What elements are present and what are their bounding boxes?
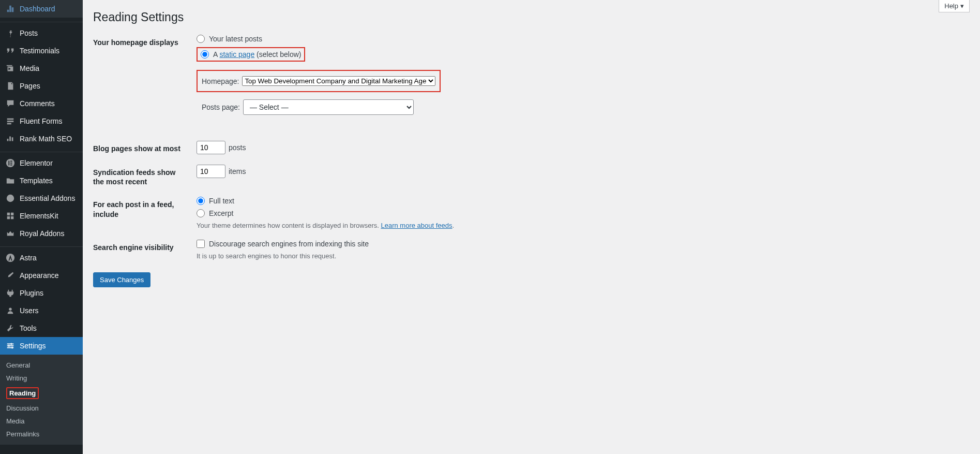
sidebar-item-pages[interactable]: Pages xyxy=(0,77,83,95)
checkbox-discourage-input[interactable] xyxy=(197,240,205,248)
settings-icon xyxy=(5,341,16,351)
sidebar-item-users[interactable]: Users xyxy=(0,302,83,319)
checkbox-discourage-search[interactable]: Discourage search engines from indexing … xyxy=(197,240,970,248)
sidebar-item-label: Comments xyxy=(20,99,55,108)
separator xyxy=(0,244,83,247)
sidebar-item-label: ElementsKit xyxy=(20,212,58,220)
homepage-displays-label: Your homepage displays xyxy=(93,35,186,47)
blog-pages-label: Blog pages show at most xyxy=(93,141,186,153)
save-changes-button[interactable]: Save Changes xyxy=(93,272,150,287)
sidebar-item-posts[interactable]: Posts xyxy=(0,24,83,42)
sidebar-item-elementskit[interactable]: ElementsKit xyxy=(0,207,83,225)
settings-submenu: General Writing Reading Discussion Media… xyxy=(0,355,83,445)
sidebar-item-appearance[interactable]: Appearance xyxy=(0,267,83,284)
highlight-reading: Reading xyxy=(6,387,39,399)
sidebar-item-elementor[interactable]: Elementor xyxy=(0,154,83,172)
sidebar-item-label: Media xyxy=(20,64,39,72)
elementor-icon xyxy=(5,158,16,168)
submenu-permalinks[interactable]: Permalinks xyxy=(0,428,83,441)
sidebar-item-label: Astra xyxy=(20,254,37,262)
blog-pages-field: posts xyxy=(197,141,970,154)
separator xyxy=(0,150,83,152)
sidebar-item-plugins[interactable]: Plugins xyxy=(0,284,83,302)
static-page-link[interactable]: static page xyxy=(219,50,254,58)
submenu-writing[interactable]: Writing xyxy=(0,372,83,385)
radio-static-page-label: A static page (select below) xyxy=(213,50,301,58)
syndication-input[interactable] xyxy=(197,165,225,178)
content-area: Help ▾ Reading Settings Your homepage di… xyxy=(83,0,980,454)
svg-rect-2 xyxy=(7,123,11,125)
sidebar-item-label: Users xyxy=(20,306,39,315)
syndication-suffix: items xyxy=(229,167,246,175)
sidebar-item-tools[interactable]: Tools xyxy=(0,319,83,337)
folder-icon xyxy=(5,175,16,186)
submenu-reading[interactable]: Reading xyxy=(0,385,83,402)
sidebar-item-label: Rank Math SEO xyxy=(20,135,72,143)
ea-icon xyxy=(5,193,16,203)
pages-icon xyxy=(5,81,16,91)
highlight-homepage-select: Homepage: Top Web Development Company an… xyxy=(197,70,441,92)
sidebar-item-essential-addons[interactable]: Essential Addons xyxy=(0,189,83,207)
radio-static-page-input[interactable] xyxy=(201,50,209,58)
svg-point-14 xyxy=(9,308,11,311)
learn-more-feeds-link[interactable]: Learn more about feeds xyxy=(381,222,452,229)
sidebar-item-comments[interactable]: Comments xyxy=(0,95,83,112)
radio-full-text[interactable]: Full text xyxy=(197,197,970,205)
submenu-discussion[interactable]: Discussion xyxy=(0,402,83,415)
submenu-general[interactable]: General xyxy=(0,359,83,372)
search-visibility-label: Search engine visibility xyxy=(93,240,186,252)
tools-icon xyxy=(5,323,16,333)
astra-icon xyxy=(5,253,16,263)
quotes-icon xyxy=(5,46,16,56)
blog-pages-suffix: posts xyxy=(229,143,246,152)
sidebar-item-templates[interactable]: Templates xyxy=(0,172,83,189)
radio-full-text-input[interactable] xyxy=(197,197,205,205)
radio-excerpt[interactable]: Excerpt xyxy=(197,209,970,217)
feed-desc-prefix: Your theme determines how content is dis… xyxy=(197,222,381,229)
svg-rect-16 xyxy=(7,345,14,346)
svg-rect-7 xyxy=(10,165,12,166)
blog-pages-input[interactable] xyxy=(197,141,225,154)
feed-include-label: For each post in a feed, include xyxy=(93,197,186,218)
radio-latest-posts-input[interactable] xyxy=(197,35,205,43)
pin-icon xyxy=(5,28,16,38)
radio-latest-posts-label: Your latest posts xyxy=(209,35,262,43)
help-tab[interactable]: Help ▾ xyxy=(939,0,970,12)
svg-rect-6 xyxy=(10,163,12,164)
posts-page-row: Posts page: — Select — xyxy=(197,99,970,115)
radio-excerpt-input[interactable] xyxy=(197,209,205,217)
sidebar-item-dashboard[interactable]: Dashboard xyxy=(0,0,83,18)
posts-page-select[interactable]: — Select — xyxy=(243,99,414,115)
sidebar-item-royal-addons[interactable]: Royal Addons xyxy=(0,225,83,242)
radio-full-text-label: Full text xyxy=(209,197,234,205)
forms-icon xyxy=(5,116,16,126)
sidebar-item-fluent-forms[interactable]: Fluent Forms xyxy=(0,112,83,130)
svg-rect-18 xyxy=(11,343,12,345)
sidebar-item-label: Essential Addons xyxy=(20,194,75,202)
sidebar-item-label: Settings xyxy=(20,342,46,350)
sidebar-item-astra[interactable]: Astra xyxy=(0,249,83,267)
static-prefix: A xyxy=(213,50,219,58)
sidebar-item-rank-math[interactable]: Rank Math SEO xyxy=(0,130,83,148)
sidebar-item-media[interactable]: Media xyxy=(0,60,83,77)
users-icon xyxy=(5,305,16,316)
svg-rect-12 xyxy=(11,216,13,219)
radio-latest-posts[interactable]: Your latest posts xyxy=(197,35,970,43)
plugin-icon xyxy=(5,288,16,298)
sidebar-item-label: Appearance xyxy=(20,271,59,280)
crown-icon xyxy=(5,228,16,239)
sidebar-item-settings[interactable]: Settings xyxy=(0,337,83,355)
svg-rect-5 xyxy=(10,161,12,162)
sidebar-item-label: Posts xyxy=(20,29,38,37)
sidebar-item-label: Testimonials xyxy=(20,47,59,55)
comments-icon xyxy=(5,98,16,109)
settings-form: Your homepage displays Your latest posts… xyxy=(93,35,970,260)
homepage-displays-field: Your latest posts A static page (select … xyxy=(197,35,970,115)
sidebar-item-testimonials[interactable]: Testimonials xyxy=(0,42,83,60)
search-visibility-field: Discourage search engines from indexing … xyxy=(197,240,970,260)
svg-point-8 xyxy=(7,195,14,202)
radio-static-page[interactable]: A static page (select below) xyxy=(201,50,301,58)
submenu-media[interactable]: Media xyxy=(0,415,83,428)
homepage-select[interactable]: Top Web Development Company and Digital … xyxy=(242,76,435,86)
sidebar-item-label: Fluent Forms xyxy=(20,117,62,125)
